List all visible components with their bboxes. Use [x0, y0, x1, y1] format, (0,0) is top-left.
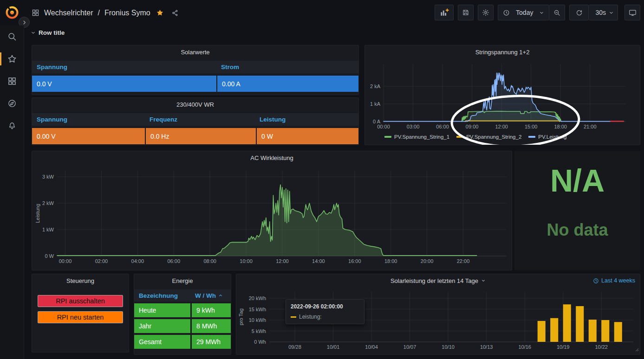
panel-steuerung: Steuerung RPI ausschalten RPI neu starte… [32, 274, 129, 353]
stat-value: N/A [514, 165, 640, 196]
table-row: Jahr 8 MWh [134, 319, 231, 333]
svg-text:12:00: 12:00 [276, 258, 289, 264]
grafana-logo-icon[interactable] [4, 4, 20, 21]
panel-energie: Energie Bezeichnung W / Wh Heute 9 kWh J… [134, 274, 231, 355]
panel-resize-handle[interactable] [634, 345, 639, 353]
chevron-right-icon [22, 20, 27, 25]
table-header-row: Spannung Frequenz Leistung [32, 113, 358, 126]
table-cell-spannung: 0.00 V [32, 128, 145, 144]
rpi-shutdown-button[interactable]: RPI ausschalten [38, 295, 123, 307]
legend-label: PV.Spannung_String_1 [394, 134, 449, 140]
table-cell-frequenz: 0.0 Hz [146, 128, 256, 144]
svg-text:20 kWh: 20 kWh [249, 295, 266, 301]
svg-text:09:00: 09:00 [466, 124, 479, 129]
legend-color-dash [384, 136, 391, 138]
legend-item[interactable]: PV.Spannung_String_1 [384, 134, 449, 140]
panel-title[interactable]: AC Wirkleistung [32, 151, 512, 164]
sidebar-item-alerting[interactable] [0, 115, 24, 137]
svg-text:16:00: 16:00 [348, 258, 361, 264]
refresh-icon [576, 9, 583, 16]
column-header-bezeichnung[interactable]: Bezeichnung [134, 289, 190, 301]
panel-time-range-link[interactable]: Last 4 weeks [593, 277, 635, 284]
save-icon [462, 9, 469, 16]
add-panel-button[interactable] [435, 5, 454, 20]
sidebar-item-search[interactable] [0, 26, 24, 48]
svg-text:3 kW: 3 kW [42, 174, 54, 180]
sidebar-item-starred[interactable] [0, 48, 24, 70]
breadcrumb-dashboard-title[interactable]: Fronius Symo [104, 9, 150, 17]
sidebar-item-explore[interactable] [0, 92, 24, 115]
table-row: Heute 9 kWh [134, 303, 231, 317]
panel-title[interactable]: Energie [134, 274, 231, 287]
svg-text:06:00: 06:00 [167, 258, 180, 264]
panel-title[interactable]: Stringspannung 1+2 [365, 45, 640, 58]
legend-item[interactable]: PV.Leistung [528, 134, 566, 140]
svg-text:09/28: 09/28 [288, 344, 301, 350]
stringspannung-chart[interactable]: 00:0003:0006:0009:0012:0015:0018:0021:00… [368, 59, 638, 133]
chart-legend: PV.Spannung_String_1PV.Spannung_String_2… [384, 134, 640, 140]
panel-title[interactable]: Solarleistung der letzten 14 Tage [390, 277, 478, 284]
table-header-row: Bezeichnung W / Wh [134, 289, 231, 301]
share-icon[interactable] [171, 9, 179, 17]
row-title: Row title [39, 29, 65, 36]
svg-text:10/01: 10/01 [327, 344, 340, 350]
refresh-interval-label: 30s [595, 9, 606, 16]
grafana-dashboard: Wechselrichter / Fronius Symo [0, 0, 644, 359]
dashboards-grid-icon [7, 77, 17, 86]
tooltip-series-label: Leistung: [299, 314, 322, 320]
ac-wirkleistung-chart[interactable]: 00:0002:0004:0006:0008:0010:0012:0014:00… [35, 165, 510, 269]
column-header[interactable]: Frequenz [145, 113, 255, 126]
column-header[interactable]: Spannung [32, 113, 145, 126]
top-navbar: Wechselrichter / Fronius Symo [0, 0, 644, 26]
legend-label: PV.Spannung_String_2 [466, 134, 521, 140]
breadcrumb-folder[interactable]: Wechselrichter [44, 9, 93, 17]
panel-title[interactable]: 230/400V WR [32, 98, 358, 111]
column-header[interactable]: Strom [216, 61, 358, 73]
rpi-restart-button[interactable]: RPI neu starten [38, 311, 123, 323]
table-cell-strom: 0.00 A [217, 76, 358, 92]
table-cell-spannung: 0.0 V [32, 76, 216, 92]
svg-text:2 kA: 2 kA [370, 83, 381, 89]
panel-stringspannung: Stringspannung 1+2 00:0003:0006:0009:001… [364, 45, 640, 145]
chevron-down-icon [609, 10, 614, 15]
breadcrumb: Wechselrichter / Fronius Symo [32, 0, 179, 26]
tooltip-series-row: Leistung: [291, 314, 359, 320]
table-cell-label: Jahr [134, 319, 190, 333]
refresh-button[interactable] [569, 5, 589, 20]
svg-text:15:00: 15:00 [525, 124, 538, 129]
save-dashboard-button[interactable] [458, 5, 474, 20]
panel-solarwerte: Solarwerte Spannung Strom 0.0 V 0.00 A [32, 45, 359, 95]
svg-text:10/16: 10/16 [518, 344, 531, 350]
refresh-interval-dropdown[interactable]: 30s [589, 5, 618, 20]
panel-title[interactable]: Steuerung [32, 274, 129, 287]
column-header-w-wh[interactable]: W / Wh [190, 289, 231, 301]
table-cell-value: 29 MWh [192, 335, 231, 349]
chart-tooltip: 2022-09-26 02:00:00 Leistung: [286, 299, 364, 324]
column-header[interactable]: Spannung [32, 61, 216, 73]
chevron-down-icon [539, 10, 544, 15]
legend-item[interactable]: PV.Spannung_String_2 [456, 134, 521, 140]
svg-text:00:00: 00:00 [377, 124, 390, 129]
breadcrumb-separator: / [98, 9, 100, 17]
svg-text:08:00: 08:00 [203, 258, 216, 264]
panel-menu-chevron-icon[interactable] [481, 278, 486, 283]
kiosk-mode-button[interactable] [624, 5, 640, 20]
svg-text:5 kWh: 5 kWh [252, 328, 266, 334]
column-header-label: W / Wh [195, 292, 216, 299]
row-toggle[interactable]: Row title [31, 29, 65, 36]
panel-ac-wirkleistung: AC Wirkleistung 00:0002:0004:0006:0008:0… [32, 151, 512, 270]
no-data-message: No data [514, 220, 640, 240]
dashboard-settings-button[interactable] [478, 5, 494, 20]
time-range-picker[interactable]: Today [498, 5, 549, 20]
table-row: 0.00 V 0.0 Hz 0 W [32, 128, 358, 144]
panel-solarleistung-14-tage: Solarleistung der letzten 14 Tage Last 4… [236, 274, 640, 355]
sidebar-item-dashboards[interactable] [0, 70, 24, 92]
zoom-out-time-button[interactable] [549, 5, 565, 20]
panel-title[interactable]: Solarwerte [32, 45, 358, 58]
search-icon [7, 32, 17, 41]
svg-text:21:00: 21:00 [584, 124, 597, 129]
column-header[interactable]: Leistung [255, 113, 358, 126]
svg-text:03:00: 03:00 [407, 124, 420, 129]
svg-text:14:00: 14:00 [312, 258, 325, 264]
favorite-star-icon[interactable] [156, 9, 164, 17]
